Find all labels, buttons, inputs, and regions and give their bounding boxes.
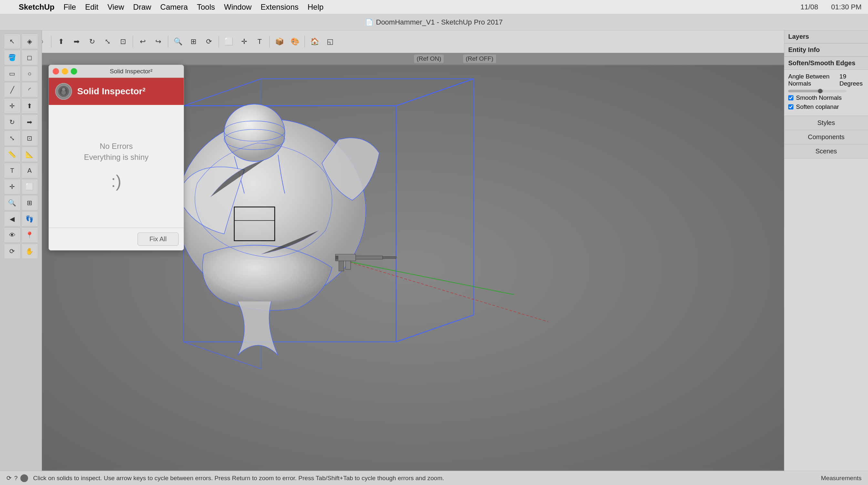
toolbar-views[interactable]: ◱ xyxy=(323,35,337,49)
toolbar-rotate[interactable]: ↻ xyxy=(85,35,99,49)
toolbar-sep-6 xyxy=(305,36,305,48)
toolbar-offset[interactable]: ⊡ xyxy=(116,35,130,49)
tool-zoom-in[interactable]: 🔍 xyxy=(4,195,21,211)
tool-scale[interactable]: ⤡ xyxy=(4,130,21,146)
soften-smooth-header[interactable]: Soften/Smooth Edges xyxy=(784,57,868,70)
tool-move[interactable]: ✛ xyxy=(4,98,21,114)
menu-view[interactable]: View xyxy=(107,3,124,11)
components-link[interactable]: Components xyxy=(784,130,868,144)
toolbar-sep-4 xyxy=(219,36,219,48)
toolbar-scale[interactable]: ⤡ xyxy=(100,35,115,49)
status-bar: ⟳ ? Click on solids to inspect. Use arro… xyxy=(0,471,868,485)
tool-arc[interactable]: ◜ xyxy=(21,82,38,97)
tool-row-14: ⟳ ✋ xyxy=(4,243,38,259)
tool-protractor[interactable]: 📐 xyxy=(21,147,38,162)
si-maximize-button[interactable] xyxy=(71,68,77,74)
tool-row-3: ▭ ○ xyxy=(4,66,38,81)
si-body: No Errors Everything is shiny :) xyxy=(49,105,184,228)
menu-edit[interactable]: Edit xyxy=(85,3,98,11)
main-toolbar: ↖ 🪣 ○ ⬆ ➡ ↻ ⤡ ⊡ ↩ ↪ 🔍 ⊞ ⟳ ⬜ ✛ T 📦 🎨 🏠 ◱ … xyxy=(0,30,868,53)
tool-line[interactable]: ╱ xyxy=(4,82,21,97)
toolbar-pushpull[interactable]: ⬆ xyxy=(54,35,68,49)
menu-bar: SketchUp File Edit View Draw Camera Tool… xyxy=(0,0,868,14)
soften-coplanar-checkbox[interactable] xyxy=(788,104,794,110)
toolbar-undo[interactable]: ↩ xyxy=(135,35,150,49)
tool-eraser[interactable]: ◻ xyxy=(21,50,38,65)
tool-row-6: ↻ ➡ xyxy=(4,114,38,130)
si-shiny-text: Everything is shiny xyxy=(84,153,149,162)
si-fix-all-button[interactable]: Fix All xyxy=(137,233,179,246)
status-icon-1: ⟳ xyxy=(6,474,11,482)
tool-zoom-ext-left[interactable]: ⊞ xyxy=(21,195,38,211)
angle-slider-thumb[interactable] xyxy=(818,89,823,93)
menu-sketchup[interactable]: SketchUp xyxy=(19,3,55,11)
toolbar-section[interactable]: ⬜ xyxy=(221,35,236,49)
toolbar-text[interactable]: T xyxy=(252,35,267,49)
toolbar-orbit[interactable]: ⟳ xyxy=(202,35,216,49)
menu-camera[interactable]: Camera xyxy=(160,3,188,11)
menu-help[interactable]: Help xyxy=(308,3,323,11)
tool-axes[interactable]: ✛ xyxy=(4,179,21,194)
file-icon: 📄 xyxy=(365,19,373,26)
tool-position-cam[interactable]: 📍 xyxy=(21,227,38,243)
date-display: 11/08 xyxy=(801,3,818,11)
tool-pan[interactable]: ✋ xyxy=(21,243,38,259)
tool-row-2: 🪣 ◻ xyxy=(4,50,38,65)
menu-tools[interactable]: Tools xyxy=(197,3,215,11)
left-tool-panel: ↖ ◈ 🪣 ◻ ▭ ○ ╱ ◜ ✛ ⬆ ↻ ➡ ⤡ ⊡ 📏 📐 T A ✛ ⬜ … xyxy=(0,30,42,471)
tool-rotate[interactable]: ↻ xyxy=(4,114,21,130)
tool-push-pull[interactable]: ⬆ xyxy=(21,98,38,114)
tool-section-plane[interactable]: ⬜ xyxy=(21,179,38,194)
si-logo-icon xyxy=(55,83,72,100)
toolbar-redo[interactable]: ↪ xyxy=(151,35,165,49)
toolbar-followme[interactable]: ➡ xyxy=(69,35,84,49)
title-bar: 📄 DoomHammer_V1 - SketchUp Pro 2017 xyxy=(0,14,868,30)
measurements-label: Measurements xyxy=(821,475,862,481)
toolbar-zoom-ext[interactable]: ⊞ xyxy=(186,35,200,49)
svg-rect-22 xyxy=(336,259,338,260)
smooth-normals-label: Smooth Normals xyxy=(796,94,842,101)
entity-info-header[interactable]: Entity Info xyxy=(784,43,868,57)
tool-tape[interactable]: 📏 xyxy=(4,147,21,162)
toolbar-sep-3 xyxy=(168,36,168,48)
tool-walk[interactable]: 👣 xyxy=(21,211,38,227)
menu-draw[interactable]: Draw xyxy=(133,3,151,11)
si-minimize-button[interactable] xyxy=(62,68,68,74)
styles-link[interactable]: Styles xyxy=(784,116,868,130)
tool-component-select[interactable]: ◈ xyxy=(21,34,38,49)
soften-smooth-content: Angle Between Normals 19 Degrees Smooth … xyxy=(784,70,868,116)
scenes-link[interactable]: Scenes xyxy=(784,144,868,158)
menu-file[interactable]: File xyxy=(64,3,76,11)
tool-row-11: 🔍 ⊞ xyxy=(4,195,38,211)
toolbar-material[interactable]: 🎨 xyxy=(288,35,302,49)
tool-paint-bucket[interactable]: 🪣 xyxy=(4,50,21,65)
svg-rect-16 xyxy=(336,254,356,261)
right-panel: Layers Entity Info Soften/Smooth Edges A… xyxy=(784,30,868,471)
tool-look-around[interactable]: 👁 xyxy=(4,227,21,243)
tool-orbit[interactable]: ⟳ xyxy=(4,243,21,259)
tool-select[interactable]: ↖ xyxy=(4,34,21,49)
toolbar-zoom[interactable]: 🔍 xyxy=(171,35,185,49)
tool-row-4: ╱ ◜ xyxy=(4,82,38,97)
tool-offset[interactable]: ⊡ xyxy=(21,130,38,146)
tool-circle-small[interactable]: ○ xyxy=(21,66,38,81)
si-header: Solid Inspector² xyxy=(49,78,184,105)
angle-slider[interactable] xyxy=(788,90,846,92)
tool-rect[interactable]: ▭ xyxy=(4,66,21,81)
layers-header[interactable]: Layers xyxy=(784,30,868,43)
time-display: 01:30 PM xyxy=(831,3,862,11)
tool-follow-me[interactable]: ➡ xyxy=(21,114,38,130)
tool-row-13: 👁 📍 xyxy=(4,227,38,243)
entity-info-section: Entity Info xyxy=(784,43,868,57)
toolbar-camera-home[interactable]: 🏠 xyxy=(307,35,321,49)
smooth-normals-checkbox[interactable] xyxy=(788,95,794,100)
si-close-button[interactable] xyxy=(53,68,59,74)
si-header-title: Solid Inspector² xyxy=(77,86,146,96)
toolbar-axes[interactable]: ✛ xyxy=(237,35,251,49)
menu-window[interactable]: Window xyxy=(224,3,252,11)
tool-3dtext[interactable]: A xyxy=(21,163,38,178)
tool-text[interactable]: T xyxy=(4,163,21,178)
menu-extensions[interactable]: Extensions xyxy=(260,3,299,11)
tool-prev-view[interactable]: ◀ xyxy=(4,211,21,227)
toolbar-component[interactable]: 📦 xyxy=(272,35,286,49)
